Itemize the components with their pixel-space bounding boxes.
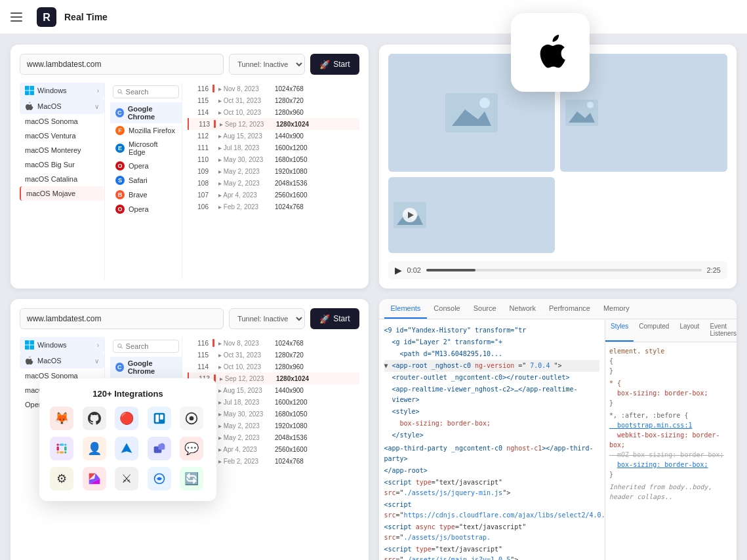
os-item-mojave[interactable]: macOS Mojave: [20, 186, 104, 201]
bottom-rocket-icon: 🚀: [319, 314, 330, 324]
tab-network[interactable]: Network: [503, 299, 542, 319]
dom-line: <script src="https://cdnjs.cloudflare.co…: [384, 499, 600, 521]
integration-settings[interactable]: ⚙: [50, 467, 73, 490]
integration-teams[interactable]: [148, 437, 171, 460]
brave-icon: B: [115, 190, 125, 199]
version-row-107[interactable]: 107 ▸ Apr 4, 2023 2560x1600: [188, 189, 359, 201]
os-item-catalina[interactable]: macOS Catalina: [20, 172, 104, 186]
dom-line: </style>: [384, 430, 600, 441]
dom-line: <g id="Layer 2" transform="+: [384, 336, 600, 348]
version-row-110[interactable]: 110 ▸ May 30, 2023 1680x1050: [188, 153, 359, 165]
bootstrap-link[interactable]: bootstrap.min.css:1: [609, 422, 692, 429]
url-bar-row: Tunnel: Inactive 🚀 Start: [20, 54, 359, 75]
start-button[interactable]: 🚀 Start: [310, 54, 359, 75]
tab-performance[interactable]: Perfromance: [542, 299, 597, 319]
browser-item-firefox[interactable]: F Mozilla Firefox: [110, 123, 182, 138]
version-indicator: [212, 85, 214, 92]
stab-styles[interactable]: Styles: [605, 319, 634, 342]
browser-item-opera2[interactable]: O Opera: [110, 202, 182, 216]
edge-icon: E: [115, 144, 125, 153]
bottom-chrome-icon: C: [115, 363, 124, 372]
dom-line: <app-realtime-viewer_nghost-c2>…</app-re…: [384, 384, 600, 406]
integration-kotlin[interactable]: [83, 467, 106, 490]
browser-item-chrome[interactable]: C Google Chrome: [110, 102, 182, 123]
integration-gitlab[interactable]: 🦊: [50, 407, 73, 430]
progress-bar[interactable]: [426, 269, 702, 271]
version-table: 116 ▸ Nov 8, 2023 1024x768 115 ▸ Oct 31,…: [188, 83, 359, 279]
bottom-start-button[interactable]: 🚀 Start: [310, 308, 359, 329]
style-rule-inherited: Inherited from body..body, header collap…: [609, 482, 733, 502]
tab-elements[interactable]: Elements: [384, 299, 428, 319]
stab-layout[interactable]: Layout: [674, 319, 704, 342]
browser-item-edge[interactable]: E Microsoft Edge: [110, 138, 182, 159]
integration-azure[interactable]: [115, 437, 138, 460]
browser-item-opera1[interactable]: O Opera: [110, 159, 182, 173]
apple-icon: [527, 30, 573, 75]
svg-rect-4: [25, 91, 30, 96]
version-row-115[interactable]: 115 ▸ Oct 31, 2023 1280x720: [188, 94, 359, 106]
stab-events[interactable]: Event Listeners: [704, 319, 737, 342]
stab-computed[interactable]: Computed: [634, 319, 674, 342]
bottom-tunnel-select[interactable]: Tunnel: Inactive: [229, 308, 305, 329]
integration-github[interactable]: [83, 407, 106, 430]
svg-marker-35: [121, 443, 132, 453]
dom-panel: <9 id="Yandex-History" transform="tr <g …: [379, 319, 606, 560]
version-row-108[interactable]: 108 ▸ May 2, 2023 2048x1536: [188, 177, 359, 189]
version-row-111[interactable]: 111 ▸ Jul 18, 2023 1600x1200: [188, 142, 359, 153]
tunnel-select[interactable]: Tunnel: Inactive: [229, 54, 305, 75]
integration-custom1[interactable]: 👤: [83, 437, 106, 460]
tab-source[interactable]: Source: [467, 299, 503, 319]
browser-item-brave[interactable]: B Brave: [110, 188, 182, 202]
tab-console[interactable]: Console: [427, 299, 466, 319]
os-item-monterey[interactable]: macOS Monterey: [20, 143, 104, 157]
browser-search-input[interactable]: [126, 88, 174, 96]
os-item-bigsur[interactable]: macOS Big Sur: [20, 157, 104, 172]
text-placeholder-2: [432, 199, 550, 231]
integration-slack[interactable]: [50, 437, 73, 460]
version-row-112[interactable]: 112 ▸ Aug 15, 2023 1440x900: [188, 130, 359, 142]
integration-codefresh[interactable]: 🔄: [180, 467, 203, 490]
version-row-109[interactable]: 109 ▸ May 2, 2023 1920x1080: [188, 165, 359, 177]
bottom-url-bar-row: Tunnel: Inactive 🚀 Start: [20, 308, 359, 329]
integration-trello[interactable]: [148, 407, 171, 430]
integration-mend[interactable]: [148, 467, 171, 490]
bottom-os-macos[interactable]: MacOS ∨: [20, 353, 104, 369]
bottom-version-114[interactable]: 114 ▸ Oct 10, 2023 1280x960: [188, 361, 359, 372]
bottom-url-input[interactable]: [20, 308, 224, 329]
version-row-106[interactable]: 106 ▸ Feb 2, 2023 1024x768: [188, 201, 359, 212]
landscape-placeholder-2: [565, 100, 598, 126]
svg-rect-17: [30, 340, 35, 345]
browser-item-safari[interactable]: S Safari: [110, 173, 182, 188]
dom-line-root[interactable]: ▼ <app-root _nghost-c0 ng-version =" 7.0…: [384, 360, 600, 372]
dom-line: <9 id="Yandex-History" transform="tr: [384, 325, 600, 336]
top-navigation: R Real Time: [0, 0, 747, 34]
bottom-version-116[interactable]: 116 ▸ Nov 8, 2023 1024x768: [188, 337, 359, 349]
os-item-ventura[interactable]: macOS Ventura: [20, 129, 104, 143]
svg-rect-32: [64, 451, 66, 453]
url-input[interactable]: [20, 54, 224, 75]
bottom-version-115[interactable]: 115 ▸ Oct 31, 2023 1280x720: [188, 349, 359, 361]
integration-jira[interactable]: 🔴: [115, 407, 138, 430]
os-item-macos[interactable]: MacOS ∨: [20, 98, 104, 114]
integration-custom2[interactable]: 💬: [180, 437, 203, 460]
version-row-113[interactable]: 113 ▸ Sep 12, 2023 1280x1024: [188, 118, 359, 130]
bottom-browser-search-input[interactable]: [126, 342, 174, 350]
devtools-body: <9 id="Yandex-History" transform="tr <g …: [379, 319, 737, 560]
hamburger-menu[interactable]: [10, 8, 29, 26]
tab-memory[interactable]: Memory: [597, 299, 636, 319]
style-rule-pseudo: *, :after, :before { bootstrap.min.css:1…: [609, 410, 733, 479]
version-row-116[interactable]: 116 ▸ Nov 8, 2023 1024x768: [188, 83, 359, 94]
bottom-os-windows[interactable]: Windows ›: [20, 337, 104, 353]
integration-custom3[interactable]: ⚔: [115, 467, 138, 490]
play-overlay[interactable]: [403, 208, 417, 222]
integrations-popup: 120+ Integrations 🦊 🔴 👤 💬 ⚙ ⚔: [39, 378, 216, 501]
svg-point-10: [479, 98, 490, 108]
os-item-windows[interactable]: Windows ›: [20, 83, 104, 98]
bottom-browser-chrome[interactable]: C Google Chrome: [110, 357, 182, 378]
os-item-sonoma[interactable]: macOS Sonoma: [20, 114, 104, 129]
play-button[interactable]: ▶: [395, 265, 402, 275]
browser-search-box: [113, 85, 179, 98]
svg-rect-38: [158, 444, 165, 449]
integration-circleci[interactable]: [180, 407, 203, 430]
version-row-114[interactable]: 114 ▸ Oct 10, 2023 1280x960: [188, 106, 359, 118]
